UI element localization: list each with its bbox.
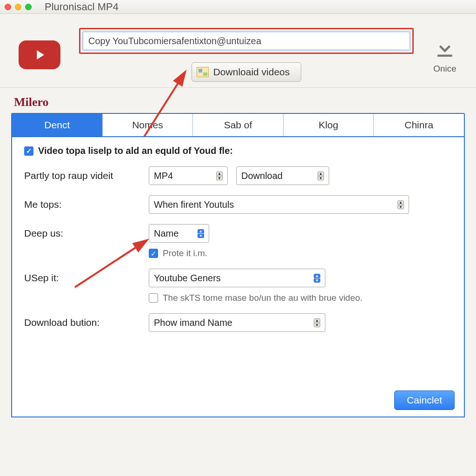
url-input[interactable]: [82, 31, 410, 51]
select-action[interactable]: Download ▲▼: [236, 166, 329, 185]
top-checkbox[interactable]: [24, 146, 33, 156]
minimize-icon[interactable]: [15, 4, 21, 10]
checkbox-skts[interactable]: [149, 293, 158, 303]
checkbox-skts-label: The skTS tome mase bo/un the au with bru…: [163, 293, 363, 303]
label-usepit: USep it:: [24, 272, 140, 284]
stepper-icon: ▲▼: [198, 229, 204, 238]
onice-label: Onice: [433, 64, 456, 74]
label-format: Partly top raup videit: [24, 170, 140, 181]
tab-bar: Denct Nomes Sab of Klog Chinra: [11, 113, 465, 136]
checkbox-prote-label: Prote it i.m.: [163, 248, 207, 258]
url-highlight-box: [79, 28, 414, 54]
checkbox-prote[interactable]: [149, 249, 158, 258]
select-deepus[interactable]: Name ▲▼: [149, 224, 209, 243]
tab-sabof[interactable]: Sab of: [193, 114, 284, 136]
stepper-icon: ▲▼: [314, 274, 320, 283]
stepper-icon: ▲▼: [397, 200, 404, 209]
stepper-icon: ▲▼: [314, 318, 320, 327]
traffic-lights: [5, 4, 32, 10]
youtube-logo-icon: [19, 40, 60, 69]
tab-nomes[interactable]: Nomes: [103, 114, 193, 136]
download-arrow-icon: [432, 36, 457, 61]
download-button-label: Downloaid videos: [213, 66, 290, 78]
onice-indicator: Onice: [432, 36, 457, 74]
select-usepit[interactable]: Youtube Geners ▲▼: [149, 269, 325, 287]
cancel-button[interactable]: Cainclet: [394, 390, 455, 410]
thumbnail-icon: [197, 67, 209, 77]
stepper-icon: ▲▼: [317, 172, 324, 180]
select-metops[interactable]: When firent Youtuls ▲▼: [149, 195, 409, 214]
top-checkbox-label: Video topa liselp to ald an equld of You…: [38, 145, 233, 156]
label-deepus: Deep us:: [24, 228, 140, 239]
settings-panel: Video topa liselp to ald an equld of You…: [11, 136, 465, 417]
select-downloadbution[interactable]: Phow imand Name ▲▼: [149, 313, 325, 332]
stepper-icon: ▲▼: [216, 172, 223, 180]
select-format[interactable]: MP4 ▲▼: [149, 166, 228, 185]
window-title: Pluronisacl MP4: [45, 1, 119, 13]
tab-chinra[interactable]: Chinra: [374, 114, 464, 136]
top-area: Downloaid videos Onice: [0, 14, 476, 88]
close-icon[interactable]: [5, 4, 11, 10]
download-videos-button[interactable]: Downloaid videos: [192, 62, 302, 82]
label-metops: Me tops:: [24, 199, 140, 210]
label-downloadbution: Download bution:: [24, 317, 140, 328]
tab-klog[interactable]: Klog: [284, 114, 374, 136]
tab-denct[interactable]: Denct: [12, 114, 103, 136]
section-heading: Milero: [0, 88, 476, 113]
titlebar: Pluronisacl MP4: [0, 0, 476, 14]
zoom-icon[interactable]: [25, 4, 32, 10]
